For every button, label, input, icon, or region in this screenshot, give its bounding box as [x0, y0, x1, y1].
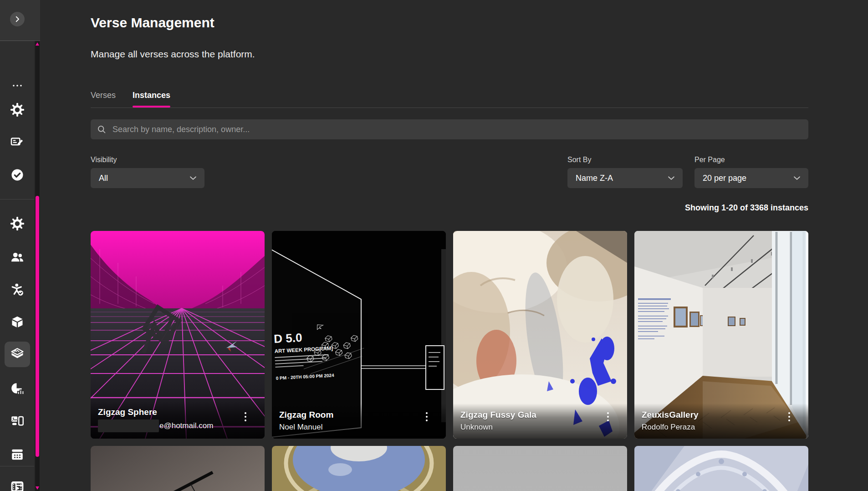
card-image: [634, 446, 808, 491]
instance-card-zigzag-sphere[interactable]: Zigzag Sphere e@hotmail.com: [91, 231, 265, 439]
instance-card-zigzag-room[interactable]: D 5.0 ART WEEK PROGRAM] 0 PM - 20TH 05:0…: [272, 231, 446, 439]
per-page-filter: Per Page 20 per page: [694, 155, 808, 188]
card-menu-button[interactable]: [243, 410, 248, 423]
card-footer: ZeuxisGallery Rodolfo Peraza: [634, 404, 808, 439]
card-owner-text: e@hotmail.com: [159, 421, 213, 431]
per-page-value: 20 per page: [703, 174, 746, 183]
chevron-down-icon: [666, 173, 676, 183]
sidebar-header: [0, 0, 40, 41]
results-summary: Showing 1-20 of 3368 instances: [91, 203, 808, 212]
instance-card-partial-2[interactable]: [272, 446, 446, 491]
card-owner: Noel Manuel: [279, 422, 439, 432]
sidebar-item-contact-edit[interactable]: [10, 135, 24, 148]
instance-card-zeuxis-gallery[interactable]: ZeuxisGallery Rodolfo Peraza: [634, 231, 808, 439]
pie-chart-icon: [10, 382, 24, 395]
tab-bar: Verses Instances: [91, 90, 808, 108]
card-title: Zigzag Sphere: [98, 407, 257, 417]
card-title: ZeuxisGallery: [642, 410, 801, 420]
sidebar-item-more[interactable]: [12, 81, 22, 89]
card-footer: Zigzag Room Noel Manuel: [272, 404, 446, 439]
sidebar-item-verses[interactable]: [10, 348, 24, 361]
instance-card-partial-1[interactable]: [91, 446, 265, 491]
card-footer: Zigzag Sphere e@hotmail.com: [91, 401, 265, 439]
sidebar-item-approvals[interactable]: [10, 168, 24, 182]
sidebar-item-settings-1[interactable]: [10, 103, 24, 117]
scrollbar-down-arrow[interactable]: [36, 486, 39, 490]
card-menu-button[interactable]: [605, 410, 611, 423]
sidebar-item-packages[interactable]: [10, 315, 24, 329]
card-owner: Unknown: [460, 422, 620, 432]
sort-filter: Sort By Name Z-A: [567, 155, 683, 188]
scrollbar-thumb[interactable]: [36, 196, 39, 457]
people-icon: [10, 251, 24, 264]
scrollbar-up-arrow[interactable]: [36, 42, 39, 46]
instance-card-partial-4[interactable]: [634, 446, 808, 491]
sidebar-divider: [0, 466, 34, 466]
sidebar-item-users[interactable]: [10, 251, 24, 264]
page-title: Verse Management: [91, 14, 808, 32]
sidebar-item-screens[interactable]: [10, 414, 24, 428]
sidebar-item-media[interactable]: [10, 481, 24, 491]
gear-icon: [10, 217, 24, 230]
sidebar-divider: [0, 199, 34, 199]
search-icon: [97, 125, 107, 134]
gear-icon: [10, 103, 24, 117]
package-icon: [10, 315, 24, 329]
filters-row: Visibility All Sort By Name Z-A: [91, 155, 808, 188]
card-footer: Zigzag Fussy Gala Unknown: [453, 404, 627, 439]
tab-instances[interactable]: Instances: [133, 90, 170, 107]
card-menu-button[interactable]: [424, 410, 429, 423]
sidebar-scrollbar[interactable]: [35, 41, 40, 491]
visibility-value: All: [99, 174, 108, 183]
card-owner: Rodolfo Peraza: [642, 422, 801, 432]
sidebar: [0, 0, 40, 491]
more-dots-icon: [12, 84, 22, 87]
verse-cube-image-icon: [10, 348, 24, 361]
sidebar-item-settings-2[interactable]: [10, 217, 24, 230]
search-input[interactable]: [112, 124, 802, 135]
sidebar-nav: [0, 41, 34, 491]
visibility-label: Visibility: [91, 155, 204, 164]
card-menu-button[interactable]: [786, 410, 792, 423]
sidebar-item-calendar[interactable]: [10, 448, 24, 461]
filters-right-group: Sort By Name Z-A Per Page 20 per page: [567, 155, 808, 188]
card-image: [272, 446, 446, 491]
visibility-filter: Visibility All: [91, 155, 204, 188]
sidebar-item-analytics[interactable]: [10, 382, 24, 395]
per-page-label: Per Page: [694, 155, 808, 164]
chevron-down-icon: [792, 173, 802, 183]
main-content: Verse Management Manage all verses acros…: [40, 0, 868, 491]
screens-icon: [10, 414, 24, 428]
chevron-right-icon: [13, 15, 21, 23]
billboard-big-text: D 5.0: [274, 331, 303, 346]
card-title: Zigzag Room: [279, 410, 439, 420]
visibility-select[interactable]: All: [91, 168, 204, 188]
instance-grid-row2: [91, 446, 808, 491]
contact-card-edit-icon: [10, 135, 24, 148]
check-circle-icon: [10, 168, 24, 182]
card-image: [91, 446, 265, 491]
chevron-down-icon: [188, 173, 198, 183]
sort-label: Sort By: [567, 155, 683, 164]
verse-management-page: Verse Management Manage all verses acros…: [0, 0, 868, 491]
sort-value: Name Z-A: [576, 174, 613, 183]
instance-card-zigzag-fussy-gala[interactable]: Zigzag Fussy Gala Unknown: [453, 231, 627, 439]
sidebar-expand-button[interactable]: [10, 12, 25, 26]
page-subtitle: Manage all verses across the platform.: [91, 48, 808, 60]
sort-select[interactable]: Name Z-A: [567, 168, 683, 188]
instance-grid: Zigzag Sphere e@hotmail.com: [91, 231, 808, 439]
person-check-icon: [10, 283, 24, 297]
card-title: Zigzag Fussy Gala: [460, 410, 620, 420]
search-box: [91, 119, 808, 139]
instance-card-partial-3[interactable]: [453, 446, 627, 491]
card-image: [453, 446, 627, 491]
tab-verses[interactable]: Verses: [91, 90, 116, 107]
sidebar-item-members[interactable]: [10, 283, 24, 297]
film-play-icon: [10, 481, 24, 491]
card-owner: e@hotmail.com: [98, 419, 257, 432]
per-page-select[interactable]: 20 per page: [694, 168, 808, 188]
redaction-box: [98, 419, 159, 432]
calendar-dots-icon: [10, 448, 24, 461]
